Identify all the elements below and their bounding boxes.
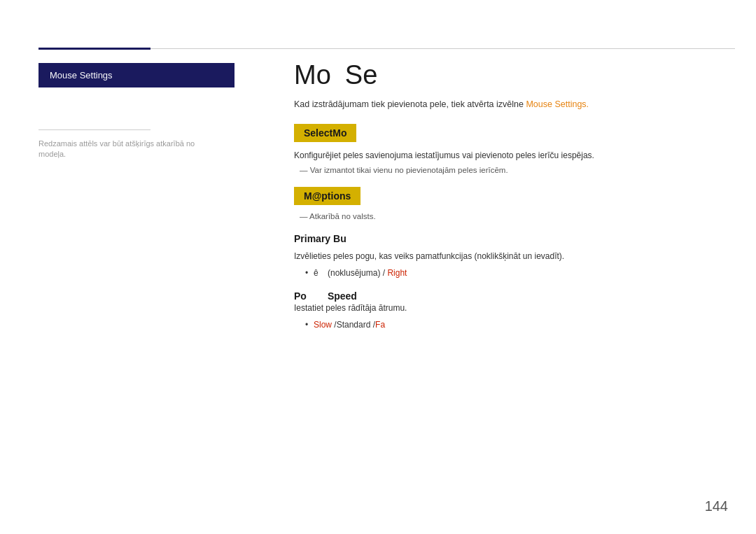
sidebar-note: Redzamais attēls var būt atšķirīgs atkar…	[38, 139, 206, 160]
section2-subdesc: — Atkarībā no valsts.	[294, 212, 728, 220]
section4-title-right: Speed	[328, 290, 357, 302]
progress-filled	[38, 48, 150, 50]
page-number: 144	[705, 498, 728, 514]
section1-desc: Konfigurējiet peles savienojuma iestatīj…	[294, 149, 728, 162]
section4-bullets: Slow /Standard /Fa	[294, 320, 728, 330]
section3-bullets: ê (noklusējuma) / Right	[294, 268, 728, 278]
main-content: Mo Se Kad izstrādājumam tiek pievienota …	[294, 62, 728, 342]
section1-heading: SelectMo	[294, 124, 356, 142]
sidebar-item-mouse-settings[interactable]: Mouse Settings	[38, 63, 234, 87]
title-char-2: Se	[345, 62, 377, 88]
intro-text-main: Kad izstrādājumam tiek pievienota pele, …	[294, 99, 524, 109]
progress-empty	[150, 48, 735, 49]
title-row: Mo Se	[294, 62, 728, 88]
pointer-speed-title-row: Po Speed	[294, 290, 728, 302]
section1-subdesc: — Var izmantot tikai vienu no pievienota…	[294, 166, 728, 174]
section3-body: Izvēlieties peles pogu, kas veiks pamatf…	[294, 250, 728, 262]
bullet-link-right: Right	[387, 268, 407, 278]
section2-heading: M@ptions	[294, 187, 360, 205]
bullet-item: ê (noklusējuma) / Right	[305, 268, 728, 278]
sidebar: Mouse Settings Redzamais attēls var būt …	[38, 63, 234, 160]
title-char-1: Mo	[294, 62, 331, 88]
section-selectmo: SelectMo Konfigurējiet peles savienojuma…	[294, 124, 728, 174]
intro-link[interactable]: Mouse Settings.	[526, 99, 589, 109]
intro-text: Kad izstrādājumam tiek pievienota pele, …	[294, 98, 728, 111]
sidebar-divider	[38, 129, 150, 130]
section-pointer-speed: Po Speed Iestatiet peles rādītāja ātrumu…	[294, 290, 728, 330]
section-moptions: M@ptions — Atkarībā no valsts.	[294, 187, 728, 220]
section4-body: Iestatiet peles rādītāja ātrumu.	[294, 302, 728, 314]
section4-title-left: Po	[294, 290, 307, 302]
section3-title: Primary Bu	[294, 233, 728, 244]
speed-fast: Fa	[375, 320, 385, 330]
speed-slow: Slow	[314, 320, 332, 330]
bullet-item-speed: Slow /Standard /Fa	[305, 320, 728, 330]
progress-bar	[0, 48, 756, 50]
speed-standard: /Standard /	[332, 320, 375, 330]
bullet-prefix: ê (noklusējuma) /	[314, 268, 387, 278]
section-primary-button: Primary Bu Izvēlieties peles pogu, kas v…	[294, 233, 728, 278]
